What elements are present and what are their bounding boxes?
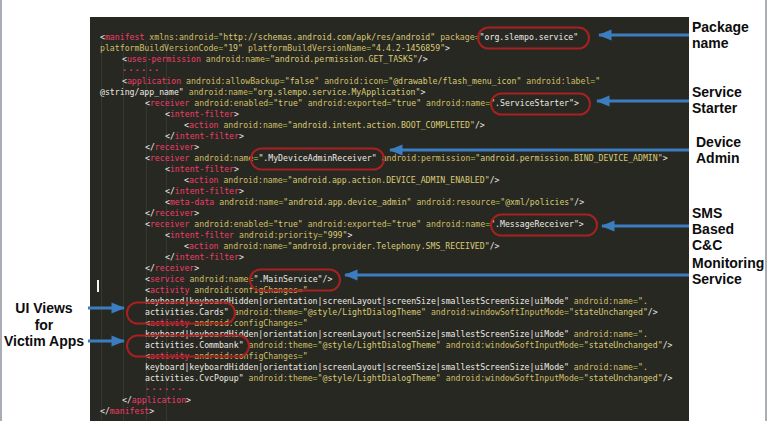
code-line: <intent-filter android:priority="999"> <box>90 230 689 241</box>
annotation-package-name: Package name <box>692 20 768 52</box>
code-token: android:name <box>214 197 278 207</box>
code-token: > <box>239 252 244 262</box>
code-token: ".ServiceStarter"> <box>490 98 579 108</box>
code-token: android:label <box>521 76 590 86</box>
code-token: > <box>149 406 154 416</box>
code-token: application <box>127 76 181 86</box>
code-token: "@style/LightDialogTheme" <box>318 373 441 383</box>
code-token: android:windowSoftInputMode <box>441 373 579 383</box>
code-token: activities.Commbank" <box>145 340 244 350</box>
code-token: /> <box>475 120 485 130</box>
code-token: android:configChanges <box>189 318 297 328</box>
code-token: "android.app.device_admin" <box>283 197 411 207</box>
code-token: service <box>150 274 185 284</box>
annotation-monitoring-service: Monitoring Service <box>692 256 768 288</box>
code-token: manifest <box>110 406 149 416</box>
code-token: activities.Cards" <box>145 307 229 317</box>
code-token: keyboard|keyboardHidden|orientation|scre… <box>145 362 569 372</box>
code-token: " <box>303 318 308 328</box>
code-token: meta-data <box>170 197 214 207</box>
code-token: intent-filter <box>170 164 234 174</box>
code-token: android:icon <box>319 76 383 86</box>
code-token: " <box>303 285 308 295</box>
code-token: "@xml/policies" <box>500 197 574 207</box>
code-token: "@style/LightDialogTheme" <box>303 307 426 317</box>
code-token: /> <box>490 175 500 185</box>
code-line: </receiver> <box>90 208 689 219</box>
code-token: "http://schemas.android.com/apk/res/andr… <box>218 32 435 42</box>
code-token: android:name <box>569 362 633 372</box>
code-line: </intent-filter> <box>90 131 689 142</box>
code-token: platformBuildVersionName <box>243 43 366 53</box>
code-token: "stateUnchanged" <box>584 373 663 383</box>
code-line: <receiver android:enabled="true" android… <box>90 98 689 109</box>
code-token: keyboard|keyboardHidden|orientation|scre… <box>145 296 569 306</box>
code-line: keyboard|keyboardHidden|orientation|scre… <box>90 329 689 340</box>
code-token: </ <box>165 186 175 196</box>
code-line: </application> <box>90 395 689 406</box>
code-token: application <box>132 395 186 405</box>
code-token: uses-permission <box>127 54 201 64</box>
code-token: receiver <box>155 263 194 273</box>
code-line: keyboard|keyboardHidden|orientation|scre… <box>90 362 689 373</box>
code-token: android:windowSoftInputMode <box>426 307 564 317</box>
code-token: android:name <box>219 120 283 130</box>
code-line: activities.Cards" android:theme="@style/… <box>90 307 689 318</box>
code-line: <activity android:configChanges=" <box>90 351 689 362</box>
code-token: android:name <box>219 241 283 251</box>
code-token: activity <box>150 351 189 361</box>
code-token: "@style/LightDialogTheme" <box>318 340 441 350</box>
code-token: android:name <box>421 219 485 229</box>
code-token: package <box>435 32 474 42</box>
code-token: "19" <box>223 43 243 53</box>
code-token: "true" <box>392 219 422 229</box>
code-token: > <box>234 164 239 174</box>
code-token: </ <box>122 395 132 405</box>
code-token: "true" <box>273 98 303 108</box>
code-token: </ <box>165 131 175 141</box>
code-token: xmlns:android <box>144 32 213 42</box>
code-token: "android.intent.action.BOOT_COMPLETED" <box>288 120 475 130</box>
code-token: "android.app.action.DEVICE_ADMIN_ENABLED… <box>288 175 490 185</box>
code-token: /> <box>418 54 428 64</box>
code-line: ······ <box>90 65 689 76</box>
code-line: </receiver> <box>90 142 689 153</box>
code-token: android:theme <box>244 340 313 350</box>
code-token: "android.provider.Telephony.SMS_RECEIVED… <box>288 241 490 251</box>
code-line: <action android:name="android.provider.T… <box>90 241 689 252</box>
code-token: android:enabled <box>189 219 268 229</box>
code-token: android:name <box>219 175 283 185</box>
code-line: <action android:name="android.app.action… <box>90 175 689 186</box>
code-token: android:priority <box>234 230 318 240</box>
code-token: ". <box>638 296 648 306</box>
code-token: "stateUnchanged" <box>584 340 663 350</box>
code-token: android:theme <box>229 307 298 317</box>
code-token: "4.4.2-1456859" <box>371 43 445 53</box>
code-editor-panel[interactable]: <manifest xmlns:android="http://schemas.… <box>90 17 689 421</box>
code-token: > <box>186 395 191 405</box>
code-token: > <box>194 263 199 273</box>
code-token: > <box>663 153 668 163</box>
code-token: android:windowSoftInputMode <box>441 340 579 350</box>
code-token: android:theme <box>244 373 313 383</box>
code-token: </ <box>145 263 155 273</box>
code-token: action <box>189 175 219 185</box>
code-token: </ <box>100 406 110 416</box>
code-line: <activity android:configChanges=" <box>90 318 689 329</box>
annotation-ui-views-victim-apps: UI Views for Victim Apps <box>0 300 88 350</box>
code-line: activities.CvcPopup" android:theme="@sty… <box>90 373 689 384</box>
code-token: /> <box>574 197 584 207</box>
code-token: android:name <box>184 87 248 97</box>
code-token: /> <box>663 373 673 383</box>
code-token: manifest <box>105 32 144 42</box>
code-token: > <box>347 230 352 240</box>
code-line: <receiver android:name=".MyDeviceAdminRe… <box>90 153 689 164</box>
code-token: "stateUnchanged" <box>569 307 648 317</box>
annotation-sms-based-cc: SMS Based C&C <box>692 206 768 253</box>
code-token: "999" <box>323 230 348 240</box>
code-token: "android.permission.BIND_DEVICE_ADMIN" <box>475 153 662 163</box>
code-token: android:configChanges <box>189 351 297 361</box>
code-token: receiver <box>150 98 189 108</box>
code-token: intent-filter <box>175 131 239 141</box>
code-line: <activity android:configChanges=" <box>90 285 689 296</box>
